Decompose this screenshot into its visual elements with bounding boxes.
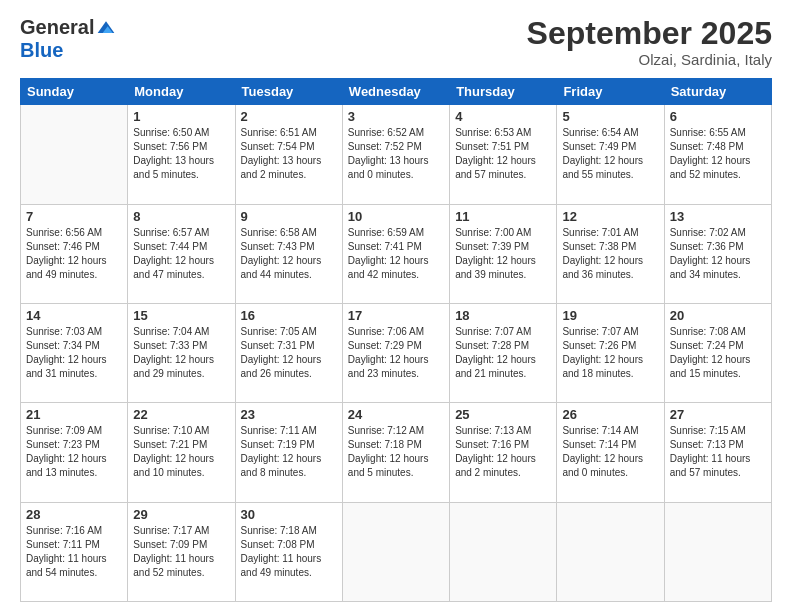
- day-number: 21: [26, 407, 122, 422]
- day-info: Sunrise: 7:11 AM Sunset: 7:19 PM Dayligh…: [241, 424, 337, 480]
- day-info: Sunrise: 6:54 AM Sunset: 7:49 PM Dayligh…: [562, 126, 658, 182]
- day-info: Sunrise: 7:09 AM Sunset: 7:23 PM Dayligh…: [26, 424, 122, 480]
- day-number: 8: [133, 209, 229, 224]
- day-number: 26: [562, 407, 658, 422]
- day-number: 14: [26, 308, 122, 323]
- day-number: 9: [241, 209, 337, 224]
- day-info: Sunrise: 7:13 AM Sunset: 7:16 PM Dayligh…: [455, 424, 551, 480]
- day-number: 11: [455, 209, 551, 224]
- calendar-cell: 17Sunrise: 7:06 AM Sunset: 7:29 PM Dayli…: [342, 303, 449, 402]
- header: General Blue September 2025 Olzai, Sardi…: [20, 16, 772, 68]
- calendar-cell: 13Sunrise: 7:02 AM Sunset: 7:36 PM Dayli…: [664, 204, 771, 303]
- day-header-wednesday: Wednesday: [342, 79, 449, 105]
- calendar-cell: 6Sunrise: 6:55 AM Sunset: 7:48 PM Daylig…: [664, 105, 771, 204]
- calendar-cell: 26Sunrise: 7:14 AM Sunset: 7:14 PM Dayli…: [557, 403, 664, 502]
- day-info: Sunrise: 7:08 AM Sunset: 7:24 PM Dayligh…: [670, 325, 766, 381]
- calendar-cell: 25Sunrise: 7:13 AM Sunset: 7:16 PM Dayli…: [450, 403, 557, 502]
- day-info: Sunrise: 7:07 AM Sunset: 7:28 PM Dayligh…: [455, 325, 551, 381]
- day-number: 22: [133, 407, 229, 422]
- day-number: 15: [133, 308, 229, 323]
- day-info: Sunrise: 6:58 AM Sunset: 7:43 PM Dayligh…: [241, 226, 337, 282]
- subtitle: Olzai, Sardinia, Italy: [527, 51, 772, 68]
- calendar-cell: 8Sunrise: 6:57 AM Sunset: 7:44 PM Daylig…: [128, 204, 235, 303]
- day-info: Sunrise: 7:06 AM Sunset: 7:29 PM Dayligh…: [348, 325, 444, 381]
- day-number: 1: [133, 109, 229, 124]
- calendar-cell: 14Sunrise: 7:03 AM Sunset: 7:34 PM Dayli…: [21, 303, 128, 402]
- calendar-cell: 24Sunrise: 7:12 AM Sunset: 7:18 PM Dayli…: [342, 403, 449, 502]
- day-number: 6: [670, 109, 766, 124]
- calendar-cell: [450, 502, 557, 601]
- main-title: September 2025: [527, 16, 772, 51]
- day-info: Sunrise: 6:59 AM Sunset: 7:41 PM Dayligh…: [348, 226, 444, 282]
- day-header-monday: Monday: [128, 79, 235, 105]
- day-info: Sunrise: 6:53 AM Sunset: 7:51 PM Dayligh…: [455, 126, 551, 182]
- calendar-cell: 12Sunrise: 7:01 AM Sunset: 7:38 PM Dayli…: [557, 204, 664, 303]
- calendar-cell: 21Sunrise: 7:09 AM Sunset: 7:23 PM Dayli…: [21, 403, 128, 502]
- day-number: 3: [348, 109, 444, 124]
- day-number: 19: [562, 308, 658, 323]
- day-info: Sunrise: 6:56 AM Sunset: 7:46 PM Dayligh…: [26, 226, 122, 282]
- calendar-cell: [664, 502, 771, 601]
- day-info: Sunrise: 7:17 AM Sunset: 7:09 PM Dayligh…: [133, 524, 229, 580]
- calendar-cell: 11Sunrise: 7:00 AM Sunset: 7:39 PM Dayli…: [450, 204, 557, 303]
- week-row-1: 7Sunrise: 6:56 AM Sunset: 7:46 PM Daylig…: [21, 204, 772, 303]
- day-info: Sunrise: 7:05 AM Sunset: 7:31 PM Dayligh…: [241, 325, 337, 381]
- logo: General Blue: [20, 16, 116, 62]
- week-row-3: 21Sunrise: 7:09 AM Sunset: 7:23 PM Dayli…: [21, 403, 772, 502]
- calendar-cell: 1Sunrise: 6:50 AM Sunset: 7:56 PM Daylig…: [128, 105, 235, 204]
- calendar-cell: [21, 105, 128, 204]
- day-info: Sunrise: 6:55 AM Sunset: 7:48 PM Dayligh…: [670, 126, 766, 182]
- week-row-0: 1Sunrise: 6:50 AM Sunset: 7:56 PM Daylig…: [21, 105, 772, 204]
- day-number: 5: [562, 109, 658, 124]
- day-number: 10: [348, 209, 444, 224]
- day-info: Sunrise: 6:52 AM Sunset: 7:52 PM Dayligh…: [348, 126, 444, 182]
- day-number: 13: [670, 209, 766, 224]
- day-info: Sunrise: 7:12 AM Sunset: 7:18 PM Dayligh…: [348, 424, 444, 480]
- day-info: Sunrise: 7:16 AM Sunset: 7:11 PM Dayligh…: [26, 524, 122, 580]
- logo-icon: [96, 18, 116, 38]
- day-info: Sunrise: 7:04 AM Sunset: 7:33 PM Dayligh…: [133, 325, 229, 381]
- calendar-cell: 16Sunrise: 7:05 AM Sunset: 7:31 PM Dayli…: [235, 303, 342, 402]
- day-info: Sunrise: 7:15 AM Sunset: 7:13 PM Dayligh…: [670, 424, 766, 480]
- calendar-cell: 9Sunrise: 6:58 AM Sunset: 7:43 PM Daylig…: [235, 204, 342, 303]
- calendar-header: SundayMondayTuesdayWednesdayThursdayFrid…: [21, 79, 772, 105]
- title-block: September 2025 Olzai, Sardinia, Italy: [527, 16, 772, 68]
- calendar-cell: 28Sunrise: 7:16 AM Sunset: 7:11 PM Dayli…: [21, 502, 128, 601]
- day-info: Sunrise: 7:00 AM Sunset: 7:39 PM Dayligh…: [455, 226, 551, 282]
- day-info: Sunrise: 7:07 AM Sunset: 7:26 PM Dayligh…: [562, 325, 658, 381]
- day-number: 30: [241, 507, 337, 522]
- calendar-cell: 3Sunrise: 6:52 AM Sunset: 7:52 PM Daylig…: [342, 105, 449, 204]
- day-info: Sunrise: 7:18 AM Sunset: 7:08 PM Dayligh…: [241, 524, 337, 580]
- day-number: 20: [670, 308, 766, 323]
- day-number: 25: [455, 407, 551, 422]
- calendar-cell: 19Sunrise: 7:07 AM Sunset: 7:26 PM Dayli…: [557, 303, 664, 402]
- day-info: Sunrise: 7:01 AM Sunset: 7:38 PM Dayligh…: [562, 226, 658, 282]
- day-info: Sunrise: 6:51 AM Sunset: 7:54 PM Dayligh…: [241, 126, 337, 182]
- day-header-sunday: Sunday: [21, 79, 128, 105]
- day-number: 28: [26, 507, 122, 522]
- day-number: 29: [133, 507, 229, 522]
- calendar: SundayMondayTuesdayWednesdayThursdayFrid…: [20, 78, 772, 602]
- day-number: 23: [241, 407, 337, 422]
- day-header-friday: Friday: [557, 79, 664, 105]
- calendar-cell: [342, 502, 449, 601]
- calendar-cell: 2Sunrise: 6:51 AM Sunset: 7:54 PM Daylig…: [235, 105, 342, 204]
- day-number: 4: [455, 109, 551, 124]
- week-row-4: 28Sunrise: 7:16 AM Sunset: 7:11 PM Dayli…: [21, 502, 772, 601]
- calendar-cell: 23Sunrise: 7:11 AM Sunset: 7:19 PM Dayli…: [235, 403, 342, 502]
- day-info: Sunrise: 6:57 AM Sunset: 7:44 PM Dayligh…: [133, 226, 229, 282]
- calendar-cell: [557, 502, 664, 601]
- calendar-cell: 5Sunrise: 6:54 AM Sunset: 7:49 PM Daylig…: [557, 105, 664, 204]
- day-number: 24: [348, 407, 444, 422]
- day-info: Sunrise: 7:02 AM Sunset: 7:36 PM Dayligh…: [670, 226, 766, 282]
- week-row-2: 14Sunrise: 7:03 AM Sunset: 7:34 PM Dayli…: [21, 303, 772, 402]
- calendar-cell: 22Sunrise: 7:10 AM Sunset: 7:21 PM Dayli…: [128, 403, 235, 502]
- calendar-cell: 20Sunrise: 7:08 AM Sunset: 7:24 PM Dayli…: [664, 303, 771, 402]
- day-info: Sunrise: 7:14 AM Sunset: 7:14 PM Dayligh…: [562, 424, 658, 480]
- calendar-cell: 27Sunrise: 7:15 AM Sunset: 7:13 PM Dayli…: [664, 403, 771, 502]
- day-number: 27: [670, 407, 766, 422]
- logo-blue: Blue: [20, 39, 63, 62]
- logo-general: General: [20, 16, 94, 39]
- day-header-thursday: Thursday: [450, 79, 557, 105]
- day-number: 18: [455, 308, 551, 323]
